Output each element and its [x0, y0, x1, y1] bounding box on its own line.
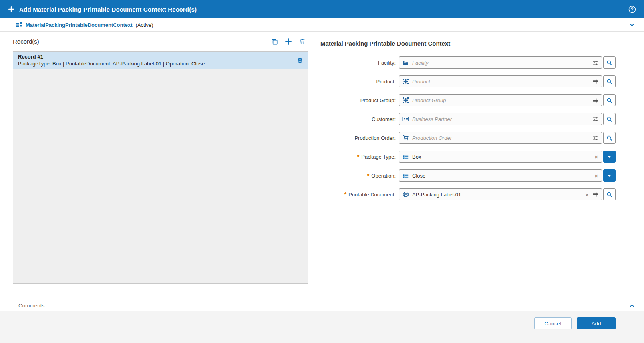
facility-field[interactable] [399, 56, 602, 69]
production-order-search-button[interactable] [603, 132, 616, 144]
record-list-item[interactable]: Record #1 PackageType: Box | PrintableDo… [13, 52, 308, 69]
add-button[interactable]: Add [577, 317, 616, 329]
form-row-production-order: Production Order: [320, 132, 616, 144]
delete-record-icon[interactable] [299, 38, 306, 45]
comments-label: Comments: [18, 303, 46, 309]
customer-field[interactable] [399, 113, 602, 125]
search-icon [606, 135, 612, 141]
form-panel: Material Packing Printable Document Cont… [320, 32, 616, 207]
record-trash-icon[interactable] [297, 57, 303, 63]
records-actions [271, 38, 308, 45]
footer: Cancel Add [0, 311, 644, 343]
package-type-dropdown-button[interactable] [603, 151, 616, 163]
product-label: Product: [320, 79, 396, 85]
printable-document-search-button[interactable] [603, 188, 616, 200]
facility-icon [402, 59, 409, 66]
operation-dropdown-button[interactable] [603, 169, 616, 182]
operation-field[interactable]: × [399, 169, 602, 182]
product-input[interactable] [412, 76, 589, 87]
facility-input[interactable] [412, 57, 589, 68]
printable-document-clear-icon[interactable]: × [585, 192, 589, 198]
filter-icon[interactable] [592, 60, 598, 66]
product-group-field[interactable] [399, 94, 602, 106]
filter-icon[interactable] [592, 135, 598, 141]
form-row-operation: * Operation: × [320, 169, 616, 182]
printable-document-input[interactable] [412, 189, 582, 200]
entity-link[interactable]: MaterialPackingPrintableDocumentContext [26, 22, 133, 28]
operation-label: * Operation: [320, 173, 396, 179]
customer-search-button[interactable] [603, 113, 616, 125]
cancel-button[interactable]: Cancel [534, 317, 572, 329]
required-asterisk: * [367, 174, 369, 178]
product-group-input[interactable] [412, 95, 589, 106]
operation-clear-icon[interactable]: × [594, 173, 598, 179]
production-order-input[interactable] [412, 132, 589, 143]
filter-icon[interactable] [592, 116, 598, 122]
operation-input[interactable] [412, 170, 591, 181]
printable-document-field-group: × [399, 188, 616, 200]
business-partner-icon [402, 116, 409, 122]
record-texts: Record #1 PackageType: Box | PrintableDo… [18, 54, 205, 67]
facility-label: Facility: [320, 60, 396, 66]
printer-icon [402, 191, 409, 198]
product-group-search-button[interactable] [603, 94, 616, 106]
production-order-icon [402, 135, 409, 141]
entity-bar: MaterialPackingPrintableDocumentContext … [0, 18, 644, 32]
filter-icon[interactable] [592, 79, 598, 85]
product-group-label: Product Group: [320, 97, 396, 103]
collapse-chevron-down-icon[interactable] [629, 22, 635, 28]
add-plus-icon [8, 6, 14, 12]
product-field[interactable] [399, 75, 602, 87]
facility-search-button[interactable] [603, 56, 616, 69]
printable-document-label: * Printable Document: [320, 192, 396, 198]
records-list: Record #1 PackageType: Box | PrintableDo… [13, 51, 308, 284]
customer-input[interactable] [412, 113, 589, 125]
search-icon [606, 79, 612, 85]
search-icon [606, 116, 612, 122]
search-icon [606, 192, 612, 198]
customer-label: Customer: [320, 116, 396, 122]
help-icon[interactable] [628, 6, 636, 13]
form-row-printable-document: * Printable Document: × [320, 188, 616, 200]
entity-status: (Active) [136, 22, 153, 28]
form-title: Material Packing Printable Document Cont… [320, 40, 616, 47]
form-row-facility: Facility: [320, 56, 616, 69]
comments-chevron-up-icon[interactable] [629, 303, 635, 309]
package-type-clear-icon[interactable]: × [594, 154, 598, 160]
customer-field-group [399, 113, 616, 125]
records-title: Record(s) [13, 38, 39, 45]
package-type-label-text: Package Type: [361, 154, 396, 160]
form-row-package-type: * Package Type: × [320, 151, 616, 163]
filter-icon[interactable] [592, 97, 598, 103]
product-group-label-text: Product Group: [360, 97, 396, 103]
caret-down-icon [607, 154, 612, 159]
required-asterisk: * [357, 155, 359, 159]
dialog-title: Add Material Packing Printable Document … [19, 6, 197, 13]
form-row-product-group: Product Group: [320, 94, 616, 106]
record-summary: PackageType: Box | PrintableDocument: AP… [18, 61, 205, 67]
search-icon [606, 97, 612, 103]
package-type-field-group: × [399, 151, 616, 163]
add-record-icon[interactable] [285, 38, 292, 45]
filter-icon[interactable] [592, 192, 598, 198]
package-type-input[interactable] [412, 151, 591, 162]
list-icon [402, 172, 409, 179]
package-type-field[interactable]: × [399, 151, 602, 163]
entity-grid-icon [16, 22, 22, 28]
records-panel: Record(s) Record #1 PackageType: Box | P… [13, 32, 308, 284]
package-type-label: * Package Type: [320, 154, 396, 160]
product-group-icon [402, 97, 409, 103]
printable-document-field[interactable]: × [399, 188, 602, 200]
product-search-button[interactable] [603, 75, 616, 87]
required-asterisk: * [344, 192, 346, 196]
duplicate-record-icon[interactable] [271, 38, 278, 45]
comments-bar[interactable]: Comments: [0, 300, 644, 311]
product-field-group [399, 75, 616, 87]
product-icon [402, 78, 409, 85]
production-order-label-text: Production Order: [354, 135, 396, 141]
operation-label-text: Operation: [371, 173, 396, 179]
list-icon [402, 153, 409, 160]
production-order-field[interactable] [399, 132, 602, 144]
product-group-field-group [399, 94, 616, 106]
dialog-header: Add Material Packing Printable Document … [0, 0, 644, 18]
